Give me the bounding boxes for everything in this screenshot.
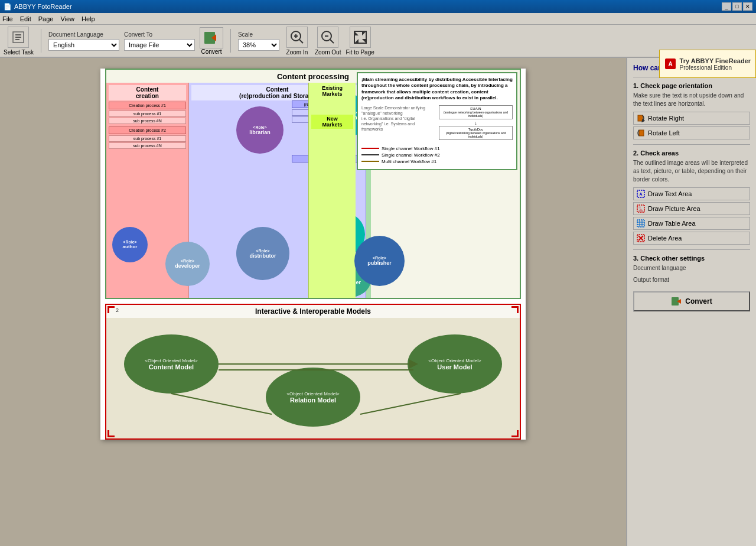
convert-to-select[interactable]: Image File <box>124 39 195 51</box>
svg-rect-25 <box>639 130 644 136</box>
svg-line-12 <box>330 40 334 43</box>
divider-2 <box>633 144 750 145</box>
svg-line-23 <box>360 394 461 414</box>
zoom-in-label: Zoom In <box>286 49 308 56</box>
publisher-role: <Role> publisher <box>354 236 405 286</box>
window-controls[interactable]: _ □ ✕ <box>722 2 752 11</box>
menu-help[interactable]: Help <box>82 15 95 22</box>
right-panel: How can I improve OCR quality? 1. Check … <box>626 58 756 546</box>
svg-line-22 <box>171 394 272 414</box>
section1-num: 1. Check page orientation <box>633 82 750 89</box>
legend-3: Multi channel Workflow #1 <box>361 159 513 164</box>
right-diagram-mini: Large Scale Demonstrator unifying "analo… <box>361 105 513 141</box>
svg-text:A: A <box>639 192 642 196</box>
svg-line-9 <box>299 40 303 43</box>
convert-toolbar-button[interactable]: Convert <box>200 27 223 55</box>
app-icon: 📄 <box>4 3 12 11</box>
language-group: Document Language English <box>48 31 119 51</box>
draw-picture-area-button[interactable]: Draw Picture Area <box>633 202 750 215</box>
corner-tl <box>107 306 115 313</box>
language-select[interactable]: English <box>48 39 119 51</box>
zoom-out-button[interactable]: Zoom Out <box>315 27 341 56</box>
page-wrapper: Content processing Contentcreation <Role… <box>100 69 526 440</box>
title-bar: 📄 ABBYY FotoReader _ □ ✕ <box>0 0 756 13</box>
content-creation-title: Contentcreation <box>109 85 186 100</box>
rotate-right-label: Rotate Right <box>648 115 684 122</box>
doc-language-setting: Document language <box>633 264 750 272</box>
scale-group: Scale 38% <box>238 31 279 51</box>
scale-select[interactable]: 38% <box>238 39 279 51</box>
svg-marker-16 <box>354 39 359 43</box>
convert-panel-label: Convert <box>685 297 712 306</box>
document-area[interactable]: Content processing Contentcreation <Role… <box>0 58 626 546</box>
rotate-left-label: Rotate Left <box>648 129 680 136</box>
librarian-role: <Role> librarian <box>236 106 284 154</box>
divider-3 <box>633 249 750 250</box>
scale-label: Scale <box>238 31 279 38</box>
try-abbyy-banner[interactable]: A Try ABBYY FineReader Professional Edit… <box>659 50 756 78</box>
user-model-oval: <Object Oriented Model> User Model <box>408 334 502 394</box>
app-title: 📄 ABBYY FotoReader <box>4 3 72 11</box>
section2-num: 2. Check areas <box>633 150 750 157</box>
main-area: Content processing Contentcreation <Role… <box>0 58 756 546</box>
svg-rect-31 <box>637 220 644 227</box>
right-text-box: ¡Main streaming accessibility by distrib… <box>357 72 517 170</box>
try-abbyy-text: Try ABBYY FineReader Professional Editio… <box>680 57 751 71</box>
maximize-button[interactable]: □ <box>732 2 742 11</box>
content-processing-diagram: Content processing Contentcreation <Role… <box>105 69 521 299</box>
convert-panel-icon <box>671 296 682 307</box>
section1-text: Make sure the text is not upside down an… <box>633 92 750 108</box>
menu-bar: File Edit Page View Help <box>0 13 756 25</box>
relation-model-oval: <Object Oriented Model> Relation Model <box>266 368 360 427</box>
menu-view[interactable]: View <box>60 15 74 22</box>
svg-marker-15 <box>362 31 366 35</box>
menu-edit[interactable]: Edit <box>20 15 31 22</box>
interactive-models-diagram: 2 Interactive & Interoperable Models <Ob… <box>105 304 521 440</box>
convert-panel-button[interactable]: Convert <box>633 291 750 311</box>
content-model-oval: <Object Oriented Model> Content Model <box>124 334 219 394</box>
zoom-out-label: Zoom Out <box>315 49 341 56</box>
delete-area-icon <box>636 233 646 243</box>
delete-area-button[interactable]: Delete Area <box>633 232 750 245</box>
rotate-left-button[interactable]: Rotate Left <box>633 126 750 139</box>
legend-2: Single channel Workflow #2 <box>361 152 513 158</box>
rotate-right-button[interactable]: Rotate Right <box>633 112 750 125</box>
close-button[interactable]: ✕ <box>743 2 752 11</box>
convert-to-group: Convert To Image File <box>124 31 195 51</box>
zoom-in-button[interactable]: Zoom In <box>284 27 310 56</box>
rotate-left-icon <box>636 128 646 138</box>
fit-to-page-button[interactable]: Fit to Page <box>346 27 374 56</box>
select-task-button[interactable]: Select Task <box>4 27 34 56</box>
separator-1 <box>41 29 41 53</box>
diagram-number: 2 <box>116 307 119 313</box>
svg-rect-24 <box>638 115 643 121</box>
menu-file[interactable]: File <box>2 15 13 22</box>
svg-point-29 <box>638 206 641 209</box>
fit-to-page-icon <box>350 27 371 48</box>
language-label: Document Language <box>48 31 119 38</box>
select-task-icon <box>8 27 29 48</box>
creation-processes: Creation process #1 sub process #1 sub p… <box>109 100 186 150</box>
corner-tr <box>511 306 519 313</box>
section2-text: The outlined image areas will be interpr… <box>633 159 750 184</box>
corner-bl <box>107 430 115 437</box>
output-format-setting: Output format <box>633 276 750 284</box>
convert-to-label: Convert To <box>124 31 195 38</box>
select-task-label: Select Task <box>4 49 34 56</box>
draw-text-icon: A <box>636 189 646 199</box>
zoom-out-icon <box>317 27 338 48</box>
corner-br <box>511 430 519 437</box>
svg-marker-14 <box>354 31 359 35</box>
existing-markets-section: ExistingMarkets NewMarkets <box>308 83 356 298</box>
minimize-button[interactable]: _ <box>722 2 731 11</box>
draw-table-area-button[interactable]: Draw Table Area <box>633 217 750 230</box>
draw-picture-label: Draw Picture Area <box>648 205 700 212</box>
convert-icon <box>200 27 223 48</box>
legend-1: Single channel Workflow #1 <box>361 146 513 151</box>
draw-text-area-button[interactable]: A Draw Text Area <box>633 187 750 200</box>
distributor-role: <Role> distributor <box>236 227 289 280</box>
menu-page[interactable]: Page <box>38 15 54 22</box>
svg-marker-30 <box>637 209 644 212</box>
section3-num: 3. Check other settings <box>633 255 750 262</box>
draw-text-label: Draw Text Area <box>648 190 692 197</box>
